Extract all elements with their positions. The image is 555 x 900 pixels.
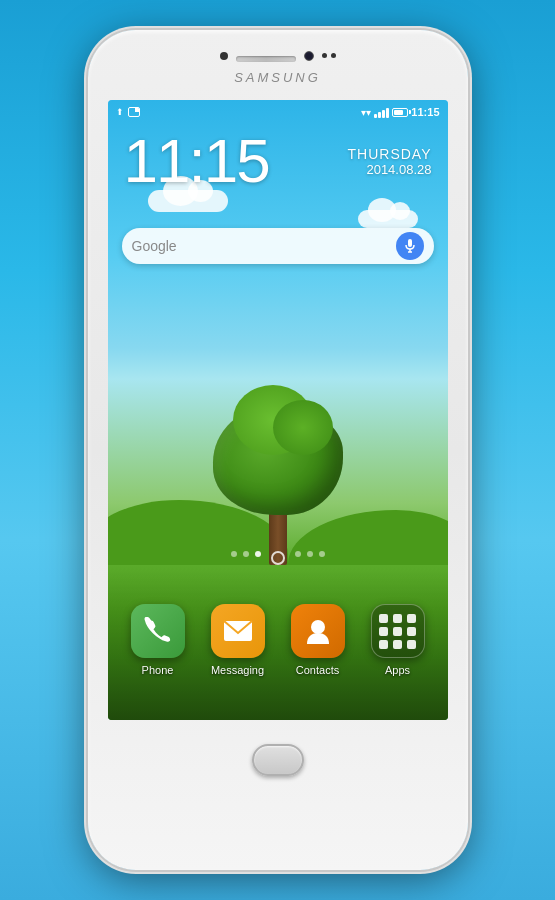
brand-logo: SAMSUNG (234, 70, 321, 85)
phone-device: SAMSUNG ⬆ ▾▾ (88, 30, 468, 870)
grid-dot-4 (379, 627, 388, 636)
battery-fill (394, 110, 402, 115)
phone-screen: ⬆ ▾▾ 11:15 11:15 THURSDAY (108, 100, 448, 720)
clock-time: 11:15 (124, 130, 269, 192)
apps-app-icon[interactable] (371, 604, 425, 658)
contacts-app-icon[interactable] (291, 604, 345, 658)
grid-dot-2 (393, 614, 402, 623)
signal-bar-1 (374, 114, 377, 118)
clock-date: 2014.08.28 (348, 162, 432, 177)
signal-bars (374, 106, 389, 118)
tree (213, 395, 343, 565)
page-dot-1 (231, 551, 237, 557)
grid-dot-9 (407, 640, 416, 649)
bottom-bezel (88, 720, 468, 800)
page-dot-5 (307, 551, 313, 557)
front-camera (304, 51, 314, 61)
clock-day: THURSDAY (348, 146, 432, 162)
grid-dot-3 (407, 614, 416, 623)
sensor-2 (331, 53, 336, 58)
apps-app-label: Apps (385, 664, 410, 676)
dock: Phone Messaging (108, 570, 448, 720)
phone-app-label: Phone (142, 664, 174, 676)
speaker-grille (236, 56, 296, 62)
tree-canopy (213, 405, 343, 515)
wifi-icon: ▾▾ (361, 107, 371, 118)
messaging-app-label: Messaging (211, 664, 264, 676)
page-dot-2 (243, 551, 249, 557)
signal-bar-3 (382, 110, 385, 118)
top-bezel: SAMSUNG (88, 30, 468, 100)
search-bar[interactable]: Google (122, 228, 434, 264)
clock-date-container: THURSDAY 2014.08.28 (348, 146, 432, 177)
phone-app-icon[interactable] (131, 604, 185, 658)
dock-item-contacts[interactable]: Contacts (283, 604, 353, 676)
svg-rect-0 (408, 239, 412, 247)
contacts-app-label: Contacts (296, 664, 339, 676)
grid-dot-1 (379, 614, 388, 623)
page-dot-6 (319, 551, 325, 557)
grid-dot-5 (393, 627, 402, 636)
grid-dot-8 (393, 640, 402, 649)
status-bar: ⬆ ▾▾ 11:15 (108, 100, 448, 124)
status-right-icons: ▾▾ 11:15 (361, 106, 439, 118)
svg-point-4 (311, 620, 325, 634)
messaging-app-icon[interactable] (211, 604, 265, 658)
status-time: 11:15 (411, 106, 439, 118)
sim-icon (128, 107, 140, 117)
page-dot-3 (255, 551, 261, 557)
dock-item-apps[interactable]: Apps (363, 604, 433, 676)
sensor-1 (322, 53, 327, 58)
front-sensor (220, 52, 228, 60)
home-center-dot (271, 551, 285, 565)
home-dots (108, 551, 448, 565)
usb-icon: ⬆ (116, 107, 124, 117)
signal-bar-4 (386, 108, 389, 118)
status-left-icons: ⬆ (116, 107, 140, 117)
grid-dot-7 (379, 640, 388, 649)
google-logo-text: Google (132, 238, 396, 254)
dock-item-phone[interactable]: Phone (123, 604, 193, 676)
grid-dot-6 (407, 627, 416, 636)
mic-button[interactable] (396, 232, 424, 260)
page-dot-4 (295, 551, 301, 557)
apps-grid (379, 614, 417, 649)
battery-icon (392, 108, 408, 117)
cloud-2 (358, 210, 418, 228)
clock-widget: 11:15 THURSDAY 2014.08.28 (108, 130, 448, 192)
dock-item-messaging[interactable]: Messaging (203, 604, 273, 676)
signal-bar-2 (378, 112, 381, 118)
home-button[interactable] (252, 744, 304, 776)
